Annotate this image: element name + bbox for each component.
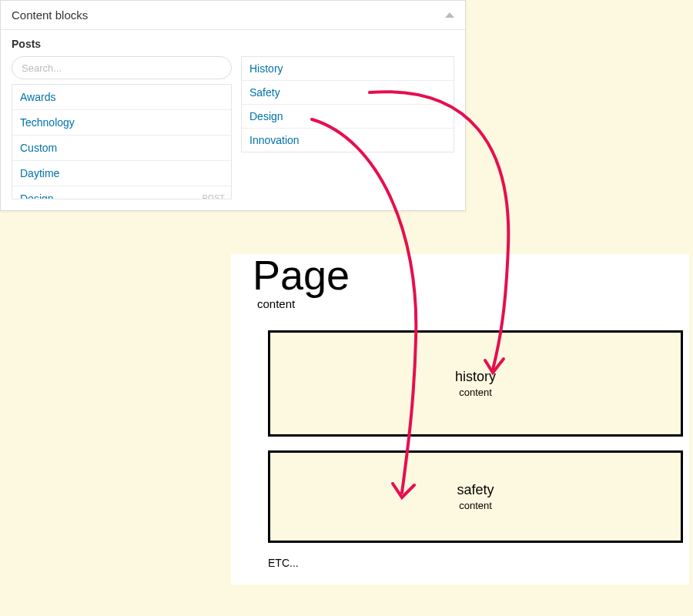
panel-header[interactable]: Content blocks [1, 1, 465, 30]
list-item-label: Technology [20, 116, 75, 129]
content-blocks-panel: Content blocks Posts Awards Technology [0, 0, 466, 211]
collapse-icon [445, 12, 454, 18]
block-subtitle: content [459, 500, 492, 511]
safety-content-block: safety content [268, 450, 683, 543]
selected-item-innovation[interactable]: Innovation [242, 129, 454, 152]
selected-item-label: History [249, 62, 283, 75]
list-item[interactable]: Awards [12, 85, 231, 110]
available-posts-column: Awards Technology Custom Daytime Design … [12, 56, 232, 199]
list-item-label: Design [20, 192, 54, 199]
list-item[interactable]: Design POST [12, 186, 231, 199]
selected-item-safety[interactable]: Safety [242, 81, 454, 105]
block-subtitle: content [459, 387, 492, 398]
page-preview: Page content history content safety cont… [231, 254, 689, 584]
block-title: safety [457, 482, 494, 498]
available-posts-list[interactable]: Awards Technology Custom Daytime Design … [12, 84, 232, 199]
selected-item-label: Safety [249, 86, 280, 99]
list-item[interactable]: Technology [12, 110, 231, 136]
list-item[interactable]: Custom [12, 136, 231, 161]
posts-section-label: Posts [12, 38, 454, 50]
selected-posts-column: History Safety Design Innovation [241, 56, 454, 152]
list-item-label: Daytime [20, 167, 59, 179]
etc-label: ETC... [268, 557, 689, 569]
search-field-wrap [12, 56, 232, 79]
selected-item-label: Design [249, 110, 283, 122]
selected-item-label: Innovation [249, 134, 300, 146]
page-title: Page [253, 254, 689, 296]
list-item-label: Custom [20, 142, 57, 154]
selected-item-design[interactable]: Design [242, 105, 454, 129]
page-subtitle: content [257, 297, 689, 310]
list-item[interactable]: Daytime [12, 161, 231, 186]
item-type-badge: POST [203, 194, 225, 199]
panel-title: Content blocks [12, 8, 88, 22]
panel-body: Posts Awards Technology Custom [1, 30, 465, 210]
list-item-label: Awards [20, 91, 55, 103]
block-title: history [455, 369, 496, 385]
history-content-block: history content [268, 330, 683, 437]
selected-item-history[interactable]: History [242, 57, 454, 81]
search-input[interactable] [22, 62, 222, 74]
